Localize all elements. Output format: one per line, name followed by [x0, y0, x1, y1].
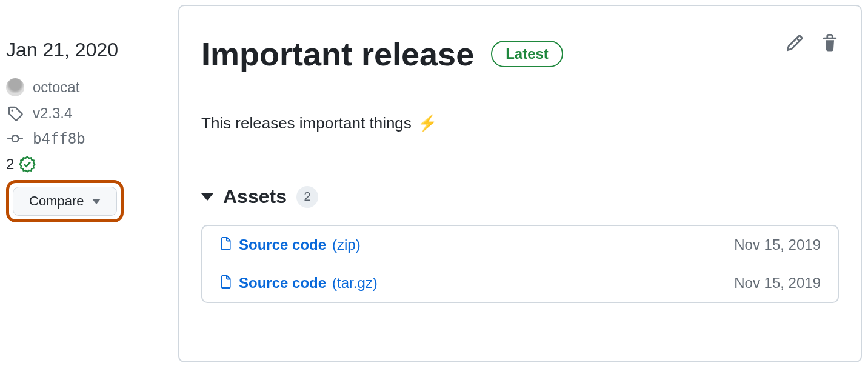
release-sidebar: Jan 21, 2020 octocat v2.3.4 b4ff8b 2 — [6, 5, 164, 222]
release-body-text: This releases important things — [201, 114, 412, 133]
asset-name: Source code — [239, 236, 326, 253]
chevron-down-icon — [92, 199, 101, 204]
edit-icon[interactable] — [786, 34, 804, 52]
zip-icon — [219, 274, 233, 292]
asset-date: Nov 15, 2019 — [734, 236, 821, 253]
assets-heading: Assets — [223, 185, 287, 208]
asset-row[interactable]: Source code (tar.gz) Nov 15, 2019 — [202, 264, 838, 302]
trash-icon[interactable] — [821, 34, 839, 52]
avatar-icon — [6, 78, 24, 96]
release-date: Jan 21, 2020 — [6, 39, 164, 61]
asset-date: Nov 15, 2019 — [734, 275, 821, 292]
commit-sha: b4ff8b — [33, 130, 85, 147]
zip-icon — [219, 236, 233, 254]
verified-icon — [19, 156, 36, 173]
verified-count: 2 — [6, 156, 14, 173]
commit-icon — [6, 131, 24, 147]
release-description: This releases important things ⚡ — [201, 114, 839, 133]
triangle-down-icon — [201, 193, 213, 201]
latest-badge: Latest — [491, 41, 563, 67]
lightning-icon: ⚡ — [418, 114, 437, 133]
assets-count-badge: 2 — [296, 186, 318, 208]
tag-row[interactable]: v2.3.4 — [6, 105, 164, 122]
asset-ext: (zip) — [332, 236, 361, 253]
author-row[interactable]: octocat — [6, 78, 164, 96]
assets-toggle[interactable]: Assets 2 — [201, 185, 839, 208]
commit-row[interactable]: b4ff8b — [6, 130, 164, 147]
release-header: Important release Latest This releases i… — [179, 6, 861, 167]
compare-highlight: Compare — [6, 180, 124, 222]
asset-row[interactable]: Source code (zip) Nov 15, 2019 — [202, 226, 838, 264]
compare-label: Compare — [29, 193, 84, 209]
release-panel: Important release Latest This releases i… — [178, 5, 862, 362]
tag-icon — [6, 105, 24, 121]
compare-button[interactable]: Compare — [13, 187, 117, 216]
verified-row[interactable]: 2 — [6, 156, 164, 173]
assets-list: Source code (zip) Nov 15, 2019 Source co… — [201, 225, 839, 303]
release-title: Important release — [201, 35, 474, 73]
tag-name: v2.3.4 — [33, 105, 72, 122]
asset-ext: (tar.gz) — [332, 275, 378, 292]
asset-name: Source code — [239, 275, 326, 292]
assets-section: Assets 2 Source code (zip) Nov 15, 2019 — [179, 167, 861, 325]
author-name: octocat — [33, 79, 79, 96]
